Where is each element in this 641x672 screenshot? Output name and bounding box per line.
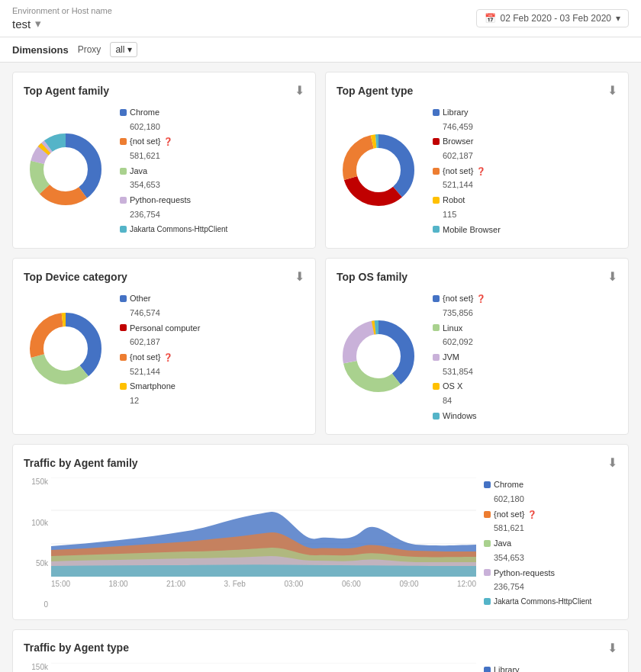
legend-item-mobile-browser: Mobile Browser [433, 223, 501, 237]
pc-color-dot [120, 324, 127, 331]
top-os-family-card: Top OS family ⬇ [325, 258, 629, 435]
taf-legend-java: Java 354,653 [484, 536, 617, 564]
library-color-dot [433, 109, 440, 116]
download-traffic-family-icon[interactable]: ⬇ [607, 455, 617, 470]
x-label-3feb: 3. Feb [224, 580, 246, 588]
x-label-1200: 12:00 [457, 580, 476, 588]
top-agent-type-card: Top Agent type ⬇ [325, 72, 629, 249]
taf-chrome-value: 602,180 [494, 492, 617, 506]
python-color-dot [120, 197, 127, 204]
legend-item-jvm: JVM 531,854 [433, 350, 485, 378]
browser-color-dot [433, 138, 440, 145]
library-value: 746,459 [443, 120, 501, 134]
donut-container-device: Other 746,574 Personal computer 602,187 [24, 291, 304, 409]
notset-type-value: 521,144 [443, 178, 501, 192]
taf-jakarta-label: Jakarta Commons-HttpClient [494, 595, 591, 608]
notset-os-help-icon: ❓ [476, 292, 485, 305]
traffic-family-chart-area: 150k 100k 50k 0 [24, 477, 617, 609]
taf-notset-help-icon: ❓ [527, 508, 536, 521]
top-row-charts: Top Agent family ⬇ [12, 72, 629, 249]
legend-agent-type: Library 746,459 Browser 602,187 [433, 105, 501, 237]
windows-label: Windows [443, 409, 477, 423]
osx-label: OS X [443, 379, 462, 394]
mobile-browser-color-dot [433, 226, 440, 233]
download-os-icon[interactable]: ⬇ [607, 269, 617, 284]
pc-value: 602,187 [130, 335, 200, 349]
card-header-traffic-family: Traffic by Agent family ⬇ [24, 455, 617, 470]
download-traffic-type-icon[interactable]: ⬇ [607, 641, 617, 655]
taf-python-label: Python-requests [494, 566, 555, 580]
notset-device-color-dot [120, 354, 127, 361]
java-color-dot [120, 168, 127, 175]
download-device-icon[interactable]: ⬇ [295, 269, 304, 284]
other-color-dot [120, 295, 127, 302]
y-label-100k: 100k [31, 519, 48, 527]
other-value: 746,574 [130, 306, 200, 320]
header: Environment or Host name test ▾ 📅 02 Feb… [0, 0, 641, 37]
notset-color-dot [120, 138, 127, 145]
donut-container-os: {not set} ❓ 735,856 Linux 602,092 [337, 291, 617, 423]
second-row-charts: Top Device category ⬇ [12, 258, 629, 435]
legend-device: Other 746,574 Personal computer 602,187 [120, 291, 200, 409]
donut-container-agent-type: Library 746,459 Browser 602,187 [337, 105, 617, 237]
card-header-os: Top OS family ⬇ [337, 269, 617, 284]
x-label-1800: 18:00 [109, 580, 128, 588]
taf-java-dot [484, 540, 491, 547]
calendar-icon: 📅 [485, 13, 496, 24]
taf-python-dot [484, 569, 491, 576]
env-arrow-icon: ▾ [35, 17, 41, 31]
env-label: Environment or Host name [12, 6, 112, 15]
env-section: Environment or Host name test ▾ [12, 6, 112, 31]
donut-chart-agent-family [24, 127, 108, 214]
notset-os-value: 735,856 [443, 306, 485, 320]
y-label-0: 0 [43, 600, 48, 609]
legend-item-notset-os: {not set} ❓ 735,856 [433, 291, 485, 320]
traffic-type-chart-content: 15:00 18:00 21:00 3. Feb 03:00 06:00 09:… [51, 663, 476, 672]
taf-notset-dot [484, 511, 491, 518]
smartphone-value: 12 [130, 394, 200, 408]
traffic-type-svg [51, 663, 476, 672]
download-agent-type-icon[interactable]: ⬇ [607, 83, 617, 98]
top-device-category-card: Top Device category ⬇ [12, 258, 316, 435]
date-range-picker[interactable]: 📅 02 Feb 2020 - 03 Feb 2020 ▾ [476, 9, 629, 27]
toolbar: Dimensions Proxy all ▾ [0, 37, 641, 63]
notset-type-color-dot [433, 168, 440, 175]
donut-chart-device [24, 307, 108, 393]
svg-point-18 [47, 330, 85, 368]
svg-point-6 [47, 150, 85, 188]
all-select-arrow-icon: ▾ [127, 44, 132, 55]
traffic-agent-type-card: Traffic by Agent type ⬇ 150k 100k 50k [12, 629, 629, 672]
traffic-family-chart-with-axes: 150k 100k 50k 0 [24, 477, 476, 609]
x-axis-traffic-family: 15:00 18:00 21:00 3. Feb 03:00 06:00 09:… [51, 577, 476, 588]
proxy-label: Proxy [78, 44, 101, 55]
top-agent-family-card: Top Agent family ⬇ [12, 72, 316, 249]
taf-java-label: Java [494, 536, 511, 551]
java-value: 354,653 [130, 178, 227, 192]
taf-chrome-label: Chrome [494, 477, 523, 492]
card-title-traffic-family: Traffic by Agent family [24, 457, 138, 469]
env-select[interactable]: test ▾ [12, 17, 112, 31]
download-agent-family-icon[interactable]: ⬇ [295, 83, 304, 98]
card-title-agent-type: Top Agent type [337, 85, 413, 97]
robot-value: 115 [443, 207, 501, 222]
card-title-os: Top OS family [337, 271, 407, 283]
smartphone-label: Smartphone [130, 379, 176, 394]
chevron-down-icon: ▾ [616, 13, 620, 24]
jvm-label: JVM [443, 350, 459, 365]
library-label: Library [443, 105, 469, 120]
legend-item-notset: {not set} ❓ 581,621 [120, 134, 227, 162]
robot-label: Robot [443, 193, 465, 207]
legend-agent-family: Chrome 602,180 {not set} ❓ 581,621 [120, 105, 227, 236]
y-label-150k: 150k [31, 477, 48, 486]
legend-item-smartphone: Smartphone 12 [120, 379, 200, 407]
legend-item-jakarta: Jakarta Commons-HttpClient [120, 223, 227, 236]
chart-legend-traffic-family: Chrome 602,180 {not set} ❓ 581,621 Jav [484, 477, 617, 609]
all-select-dropdown[interactable]: all ▾ [110, 42, 137, 57]
dimensions-label: Dimensions [12, 44, 69, 56]
card-title-traffic-type: Traffic by Agent type [24, 641, 129, 654]
python-label: Python-requests [130, 193, 191, 207]
legend-item-other: Other 746,574 [120, 291, 200, 320]
x-label-1500: 15:00 [51, 580, 70, 588]
taf-legend-notset: {not set} ❓ 581,621 [484, 507, 617, 535]
jvm-value: 531,854 [443, 365, 485, 379]
